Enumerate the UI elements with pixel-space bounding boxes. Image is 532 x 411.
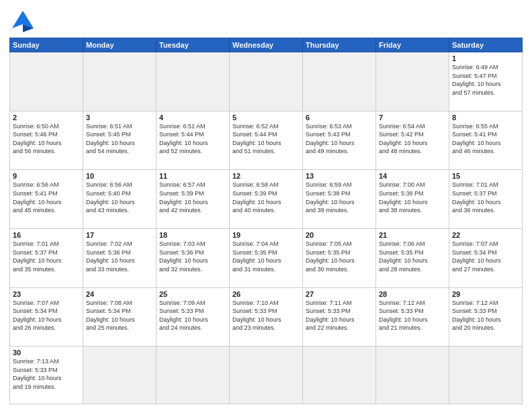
weekday-header-saturday: Saturday — [449, 38, 523, 52]
calendar-cell: 30Sunrise: 7:13 AM Sunset: 5:33 PM Dayli… — [10, 347, 83, 404]
day-number: 2 — [13, 113, 80, 122]
calendar-cell: 20Sunrise: 7:05 AM Sunset: 5:35 PM Dayli… — [303, 228, 376, 287]
day-info: Sunrise: 6:57 AM Sunset: 5:39 PM Dayligh… — [159, 181, 226, 214]
day-number: 27 — [306, 290, 373, 298]
day-number: 14 — [379, 172, 446, 180]
day-number: 25 — [159, 290, 226, 298]
day-info: Sunrise: 7:07 AM Sunset: 5:34 PM Dayligh… — [452, 240, 519, 273]
calendar-cell: 26Sunrise: 7:10 AM Sunset: 5:33 PM Dayli… — [230, 287, 303, 347]
day-number: 28 — [379, 290, 446, 298]
day-info: Sunrise: 6:53 AM Sunset: 5:43 PM Dayligh… — [306, 122, 373, 156]
calendar-cell — [230, 347, 303, 404]
day-number: 20 — [306, 231, 373, 239]
day-number: 17 — [86, 231, 153, 239]
day-info: Sunrise: 6:56 AM Sunset: 5:40 PM Dayligh… — [86, 181, 153, 214]
day-info: Sunrise: 7:02 AM Sunset: 5:36 PM Dayligh… — [86, 240, 153, 273]
day-number: 13 — [306, 172, 373, 180]
calendar-cell — [376, 52, 449, 111]
day-info: Sunrise: 6:59 AM Sunset: 5:38 PM Dayligh… — [306, 181, 373, 214]
calendar-cell: 28Sunrise: 7:12 AM Sunset: 5:33 PM Dayli… — [376, 287, 449, 347]
day-number: 7 — [379, 113, 446, 122]
calendar-cell: 13Sunrise: 6:59 AM Sunset: 5:38 PM Dayli… — [303, 170, 376, 229]
calendar-cell: 15Sunrise: 7:01 AM Sunset: 5:37 PM Dayli… — [449, 170, 523, 229]
day-number: 29 — [452, 290, 519, 298]
calendar-cell — [449, 347, 523, 404]
calendar-week-row: 16Sunrise: 7:01 AM Sunset: 5:37 PM Dayli… — [10, 228, 523, 287]
calendar-cell: 7Sunrise: 6:54 AM Sunset: 5:42 PM Daylig… — [376, 111, 449, 170]
day-number: 1 — [452, 54, 519, 62]
day-info: Sunrise: 7:03 AM Sunset: 5:36 PM Dayligh… — [159, 240, 226, 273]
calendar-cell: 25Sunrise: 7:09 AM Sunset: 5:33 PM Dayli… — [157, 287, 230, 347]
calendar-cell: 22Sunrise: 7:07 AM Sunset: 5:34 PM Dayli… — [449, 228, 523, 287]
weekday-header-row: SundayMondayTuesdayWednesdayThursdayFrid… — [10, 38, 523, 52]
calendar-cell — [376, 347, 449, 404]
day-info: Sunrise: 7:08 AM Sunset: 5:34 PM Dayligh… — [86, 299, 153, 332]
day-number: 18 — [159, 231, 226, 239]
day-info: Sunrise: 7:10 AM Sunset: 5:33 PM Dayligh… — [232, 299, 300, 332]
day-info: Sunrise: 6:49 AM Sunset: 5:47 PM Dayligh… — [452, 63, 519, 97]
day-info: Sunrise: 6:51 AM Sunset: 5:44 PM Dayligh… — [159, 122, 226, 156]
calendar-cell: 18Sunrise: 7:03 AM Sunset: 5:36 PM Dayli… — [157, 228, 230, 287]
day-info: Sunrise: 7:12 AM Sunset: 5:33 PM Dayligh… — [379, 299, 446, 332]
calendar-cell — [303, 52, 376, 111]
calendar-cell — [10, 52, 83, 111]
calendar-week-row: 1Sunrise: 6:49 AM Sunset: 5:47 PM Daylig… — [10, 52, 523, 111]
weekday-header-monday: Monday — [83, 38, 157, 52]
calendar-cell: 4Sunrise: 6:51 AM Sunset: 5:44 PM Daylig… — [157, 111, 230, 170]
calendar-cell: 16Sunrise: 7:01 AM Sunset: 5:37 PM Dayli… — [10, 228, 83, 287]
day-number: 3 — [86, 113, 153, 122]
day-info: Sunrise: 7:13 AM Sunset: 5:33 PM Dayligh… — [13, 357, 80, 391]
calendar-cell: 5Sunrise: 6:52 AM Sunset: 5:44 PM Daylig… — [230, 111, 303, 170]
calendar-week-row: 2Sunrise: 6:50 AM Sunset: 5:46 PM Daylig… — [10, 111, 523, 170]
day-number: 10 — [86, 172, 153, 180]
calendar-cell — [230, 52, 303, 111]
calendar-week-row: 9Sunrise: 6:56 AM Sunset: 5:41 PM Daylig… — [10, 170, 523, 229]
day-number: 11 — [159, 172, 226, 180]
header — [9, 7, 523, 34]
day-number: 6 — [306, 113, 373, 122]
day-info: Sunrise: 7:05 AM Sunset: 5:35 PM Dayligh… — [306, 240, 373, 273]
day-number: 23 — [13, 290, 80, 298]
calendar-cell — [157, 347, 230, 404]
day-info: Sunrise: 6:56 AM Sunset: 5:41 PM Dayligh… — [13, 181, 80, 214]
calendar-cell — [157, 52, 230, 111]
calendar-cell: 21Sunrise: 7:06 AM Sunset: 5:35 PM Dayli… — [376, 228, 449, 287]
day-number: 16 — [13, 231, 80, 239]
day-info: Sunrise: 7:11 AM Sunset: 5:33 PM Dayligh… — [306, 299, 373, 332]
calendar-cell — [303, 347, 376, 404]
weekday-header-wednesday: Wednesday — [230, 38, 303, 52]
day-number: 26 — [232, 290, 300, 298]
day-number: 21 — [379, 231, 446, 239]
calendar-cell: 1Sunrise: 6:49 AM Sunset: 5:47 PM Daylig… — [449, 52, 523, 111]
page: SundayMondayTuesdayWednesdayThursdayFrid… — [0, 0, 532, 411]
calendar-cell — [83, 52, 157, 111]
calendar-cell: 27Sunrise: 7:11 AM Sunset: 5:33 PM Dayli… — [303, 287, 376, 347]
day-info: Sunrise: 6:54 AM Sunset: 5:42 PM Dayligh… — [379, 122, 446, 156]
day-info: Sunrise: 6:51 AM Sunset: 5:45 PM Dayligh… — [86, 122, 153, 156]
day-info: Sunrise: 6:58 AM Sunset: 5:39 PM Dayligh… — [232, 181, 300, 214]
calendar-cell: 8Sunrise: 6:55 AM Sunset: 5:41 PM Daylig… — [449, 111, 523, 170]
calendar-cell: 17Sunrise: 7:02 AM Sunset: 5:36 PM Dayli… — [83, 228, 157, 287]
calendar-cell: 11Sunrise: 6:57 AM Sunset: 5:39 PM Dayli… — [157, 170, 230, 229]
calendar-cell: 12Sunrise: 6:58 AM Sunset: 5:39 PM Dayli… — [230, 170, 303, 229]
day-info: Sunrise: 7:01 AM Sunset: 5:37 PM Dayligh… — [452, 181, 519, 214]
day-info: Sunrise: 7:09 AM Sunset: 5:33 PM Dayligh… — [159, 299, 226, 332]
weekday-header-tuesday: Tuesday — [157, 38, 230, 52]
calendar-cell: 9Sunrise: 6:56 AM Sunset: 5:41 PM Daylig… — [10, 170, 83, 229]
day-info: Sunrise: 7:01 AM Sunset: 5:37 PM Dayligh… — [13, 240, 80, 273]
calendar-week-row: 30Sunrise: 7:13 AM Sunset: 5:33 PM Dayli… — [10, 347, 523, 404]
day-number: 5 — [232, 113, 300, 122]
day-info: Sunrise: 6:52 AM Sunset: 5:44 PM Dayligh… — [232, 122, 300, 156]
day-number: 30 — [13, 349, 80, 357]
calendar-cell: 24Sunrise: 7:08 AM Sunset: 5:34 PM Dayli… — [83, 287, 157, 347]
day-number: 24 — [86, 290, 153, 298]
day-number: 19 — [232, 231, 300, 239]
day-info: Sunrise: 7:00 AM Sunset: 5:38 PM Dayligh… — [379, 181, 446, 214]
day-number: 22 — [452, 231, 519, 239]
calendar-cell: 29Sunrise: 7:12 AM Sunset: 5:33 PM Dayli… — [449, 287, 523, 347]
day-number: 15 — [452, 172, 519, 180]
calendar-week-row: 23Sunrise: 7:07 AM Sunset: 5:34 PM Dayli… — [10, 287, 523, 347]
calendar-cell: 2Sunrise: 6:50 AM Sunset: 5:46 PM Daylig… — [10, 111, 83, 170]
day-info: Sunrise: 6:55 AM Sunset: 5:41 PM Dayligh… — [452, 122, 519, 156]
weekday-header-friday: Friday — [376, 38, 449, 52]
